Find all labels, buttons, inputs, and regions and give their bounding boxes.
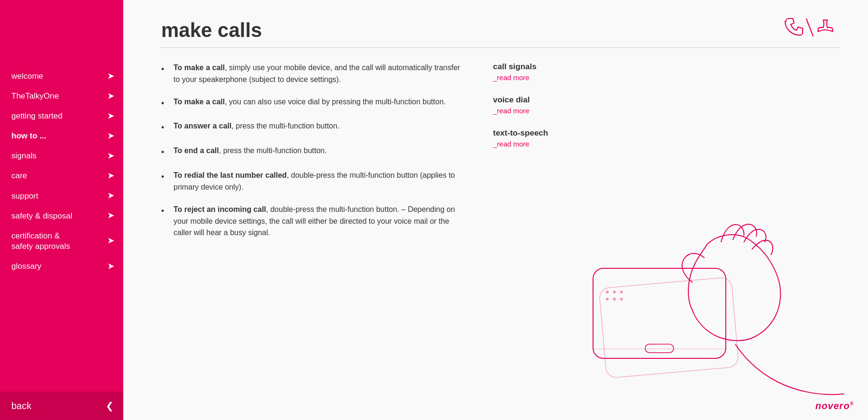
title-divider <box>161 47 840 48</box>
svg-point-3 <box>613 291 616 293</box>
svg-point-7 <box>620 298 623 301</box>
sidebar-nav: welcome➤TheTalkyOne➤getting started➤how … <box>0 0 123 392</box>
back-arrow-icon: ❮ <box>106 400 114 411</box>
bullet-item: •To make a call, simply use your mobile … <box>161 62 465 86</box>
sidebar-item-label: care <box>11 171 105 181</box>
sidebar-item-label: support <box>11 191 105 201</box>
sidebar-item-certification[interactable]: certification & safety approvals➤ <box>11 226 123 256</box>
topic-title: text-to-speech <box>493 128 607 138</box>
topic-title: voice dial <box>493 95 607 105</box>
topic-section-text-to-speech: text-to-speech_read more <box>493 128 607 148</box>
novero-brand: novero® <box>815 401 854 411</box>
main-content: make calls •To make a call, simply use y… <box>123 0 868 420</box>
sidebar: welcome➤TheTalkyOne➤getting started➤how … <box>0 0 123 420</box>
sidebar-item-label: how to ... <box>11 131 105 141</box>
phone-icon-area <box>783 14 840 43</box>
sidebar-item-label: welcome <box>11 71 105 82</box>
sidebar-item-label: glossary <box>11 261 105 272</box>
bullet-item: •To redial the last number called, doubl… <box>161 170 465 193</box>
bullet-text: To answer a call, press the multi-functi… <box>174 120 339 132</box>
sidebar-item-thetalky[interactable]: TheTalkyOne➤ <box>11 86 123 106</box>
sidebar-arrow-icon: ➤ <box>105 191 116 201</box>
sidebar-arrow-icon: ➤ <box>105 236 116 247</box>
sidebar-arrow-icon: ➤ <box>105 131 116 141</box>
bullet-text: To redial the last number called, double… <box>174 170 465 193</box>
bullet-text: To make a call, simply use your mobile d… <box>174 62 465 86</box>
sidebar-item-getting-started[interactable]: getting started➤ <box>11 106 123 126</box>
sidebar-item-label: certification & safety approvals <box>11 231 105 252</box>
svg-point-6 <box>613 298 616 301</box>
sidebar-item-label: safety & disposal <box>11 211 105 221</box>
sidebar-arrow-icon: ➤ <box>105 211 116 221</box>
bullet-item: •To reject an incoming call, double-pres… <box>161 204 465 239</box>
sidebar-item-label: TheTalkyOne <box>11 91 105 101</box>
svg-point-4 <box>620 291 623 293</box>
topic-section-voice-dial: voice dial_read more <box>493 95 607 115</box>
svg-point-5 <box>606 298 609 301</box>
bullet-item: •To end a call, press the multi-function… <box>161 145 465 159</box>
svg-line-0 <box>806 18 813 37</box>
bullet-dot: • <box>161 171 167 184</box>
bullet-dot: • <box>161 97 167 110</box>
sidebar-arrow-icon: ➤ <box>105 111 116 121</box>
read-more-link[interactable]: _read more <box>493 140 530 148</box>
bullet-text: To make a call, you can also use voice d… <box>174 96 446 108</box>
svg-rect-8 <box>645 344 674 353</box>
read-more-link[interactable]: _read more <box>493 73 530 82</box>
sidebar-item-welcome[interactable]: welcome➤ <box>11 66 123 86</box>
bullet-dot: • <box>161 121 167 135</box>
bullet-text: To end a call, press the multi-function … <box>174 145 327 157</box>
read-more-link[interactable]: _read more <box>493 107 530 115</box>
sidebar-item-care[interactable]: care➤ <box>11 166 123 186</box>
sidebar-arrow-icon: ➤ <box>105 71 116 82</box>
sidebar-arrow-icon: ➤ <box>105 91 116 101</box>
back-button[interactable]: back ❮ <box>0 392 123 420</box>
sidebar-arrow-icon: ➤ <box>105 171 116 182</box>
bullet-dot: • <box>161 146 167 159</box>
device-illustration <box>555 159 868 420</box>
sidebar-item-how-to[interactable]: how to ...➤ <box>11 126 123 146</box>
bullet-dot: • <box>161 63 167 76</box>
sidebar-item-glossary[interactable]: glossary➤ <box>11 256 123 276</box>
sidebar-arrow-icon: ➤ <box>105 151 116 161</box>
topic-section-call-signals: call signals_read more <box>493 62 607 82</box>
sidebar-arrow-icon: ➤ <box>105 261 116 272</box>
phone-icon <box>783 14 840 43</box>
back-label: back <box>11 401 31 411</box>
sidebar-item-safety[interactable]: safety & disposal➤ <box>11 206 123 226</box>
page-title: make calls <box>161 19 840 42</box>
main-bullets: •To make a call, simply use your mobile … <box>161 62 465 249</box>
sidebar-item-label: signals <box>11 151 105 161</box>
sidebar-item-signals[interactable]: signals➤ <box>11 146 123 166</box>
bullet-dot: • <box>161 205 167 218</box>
sidebar-item-support[interactable]: support➤ <box>11 186 123 206</box>
bullet-item: •To make a call, you can also use voice … <box>161 96 465 110</box>
bullet-item: •To answer a call, press the multi-funct… <box>161 120 465 135</box>
svg-point-2 <box>606 291 609 293</box>
svg-rect-1 <box>593 268 726 358</box>
bullet-text: To reject an incoming call, double-press… <box>174 204 465 239</box>
topic-title: call signals <box>493 62 607 72</box>
svg-rect-10 <box>599 277 739 378</box>
sidebar-item-label: getting started <box>11 111 105 121</box>
